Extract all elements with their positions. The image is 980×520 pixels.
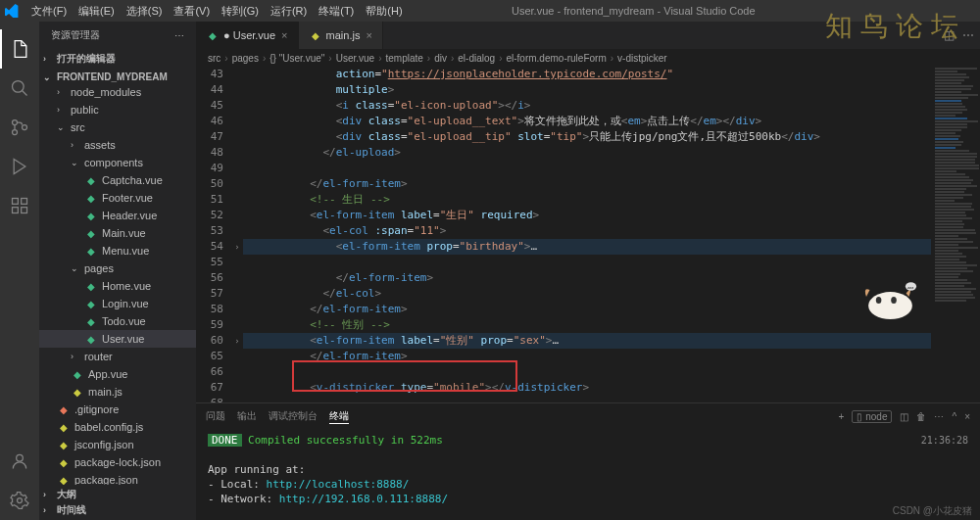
- terminal-tab[interactable]: 终端: [329, 409, 349, 424]
- svg-point-2: [13, 130, 18, 135]
- terminal-plus-icon[interactable]: +: [839, 411, 845, 422]
- line-gutter: 4344454647484950515253545556575859606566…: [196, 67, 231, 402]
- folder-item[interactable]: ›router: [39, 348, 196, 365]
- file-item[interactable]: ◆babel.config.js: [39, 418, 196, 436]
- terminal-tab[interactable]: 输出: [237, 409, 257, 424]
- svg-point-1: [13, 120, 18, 125]
- run-debug-icon[interactable]: [0, 147, 39, 186]
- extensions-icon[interactable]: [0, 186, 39, 225]
- editor: ◆● User.vue×◆main.js× ◫ ⋯ src›pages›{} "…: [196, 22, 980, 520]
- terminal-panel: 问题输出调试控制台终端 + ▯ node ◫ 🗑 ⋯ ^ × DONE Comp…: [196, 402, 980, 520]
- svg-point-3: [23, 125, 27, 130]
- file-item[interactable]: ◆Todo.vue: [39, 312, 196, 330]
- breadcrumb-item[interactable]: el-dialog: [458, 53, 495, 64]
- file-tree: ›node_modules›public⌄src›assets⌄componen…: [39, 83, 196, 485]
- split-terminal-icon[interactable]: ◫: [900, 411, 908, 422]
- file-item[interactable]: ◆Header.vue: [39, 207, 196, 224]
- close-icon[interactable]: ×: [281, 29, 287, 41]
- file-item[interactable]: ◆User.vue: [39, 330, 196, 348]
- svg-point-8: [17, 454, 24, 461]
- menu-item[interactable]: 帮助(H): [360, 5, 408, 17]
- file-item[interactable]: ◆Login.vue: [39, 295, 196, 312]
- menu-item[interactable]: 运行(R): [265, 5, 313, 17]
- folder-item[interactable]: ⌄pages: [39, 260, 196, 277]
- breadcrumb-item[interactable]: src: [208, 53, 220, 64]
- svg-point-9: [18, 498, 23, 503]
- breadcrumb-item[interactable]: el-form.demo-ruleForm: [506, 53, 606, 64]
- csdn-attribution: CSDN @小花皮猪: [893, 504, 972, 518]
- breadcrumb-item[interactable]: {} "User.vue": [270, 53, 324, 64]
- file-item[interactable]: ◆.gitignore: [39, 401, 196, 418]
- code-content[interactable]: action="https://jsonplaceholder.typicode…: [243, 67, 931, 402]
- outline-section[interactable]: ›大纲: [39, 487, 196, 502]
- sidebar-title: 资源管理器: [51, 28, 100, 42]
- trash-icon[interactable]: 🗑: [916, 411, 926, 422]
- close-panel-icon[interactable]: ×: [964, 411, 970, 422]
- file-item[interactable]: ◆Captcha.vue: [39, 171, 196, 189]
- more-icon[interactable]: ⋯: [174, 30, 184, 41]
- file-item[interactable]: ◆Footer.vue: [39, 189, 196, 207]
- menu-item[interactable]: 文件(F): [25, 5, 73, 17]
- explorer-icon[interactable]: [0, 29, 39, 69]
- split-editor-icon[interactable]: ◫: [944, 28, 955, 42]
- terminal-dropdown[interactable]: ▯ node: [852, 410, 892, 423]
- menu-item[interactable]: 选择(S): [121, 5, 169, 17]
- file-item[interactable]: ◆jsconfig.json: [39, 436, 196, 453]
- breadcrumb-item[interactable]: User.vue: [336, 53, 374, 64]
- file-item[interactable]: ◆Menu.vue: [39, 242, 196, 260]
- more-icon[interactable]: ⋯: [934, 411, 944, 422]
- menu-item[interactable]: 终端(T): [313, 5, 360, 17]
- file-item[interactable]: ◆App.vue: [39, 365, 196, 383]
- search-icon[interactable]: [0, 69, 39, 108]
- vscode-logo-icon: [4, 3, 20, 19]
- editor-tab[interactable]: ◆● User.vue×: [196, 22, 299, 49]
- settings-icon[interactable]: [0, 481, 39, 520]
- menubar: 文件(F)编辑(E)选择(S)查看(V)转到(G)运行(R)终端(T)帮助(H)…: [0, 0, 980, 22]
- minimap[interactable]: [931, 67, 980, 402]
- folder-item[interactable]: ›node_modules: [39, 83, 196, 101]
- breadcrumb-item[interactable]: template: [385, 53, 422, 64]
- terminal-tab[interactable]: 问题: [206, 409, 225, 424]
- svg-rect-6: [22, 208, 27, 213]
- file-item[interactable]: ◆Home.vue: [39, 277, 196, 295]
- sidebar: 资源管理器 ⋯ ›打开的编辑器 ⌄FRONTEND_MYDREAM ›node_…: [39, 22, 196, 520]
- editor-tab[interactable]: ◆main.js×: [299, 22, 383, 49]
- file-item[interactable]: ◆Main.vue: [39, 224, 196, 242]
- fold-column[interactable]: ››››: [231, 67, 243, 402]
- folder-item[interactable]: ›assets: [39, 136, 196, 154]
- svg-rect-7: [22, 199, 27, 205]
- code-area[interactable]: 4344454647484950515253545556575859606566…: [196, 67, 980, 402]
- editor-tabs: ◆● User.vue×◆main.js× ◫ ⋯: [196, 22, 980, 49]
- file-item[interactable]: ◆main.js: [39, 383, 196, 401]
- breadcrumb[interactable]: src›pages›{} "User.vue"›User.vue›templat…: [196, 49, 980, 67]
- menu-item[interactable]: 查看(V): [168, 5, 216, 17]
- file-item[interactable]: ◆package.json: [39, 471, 196, 485]
- window-title: User.vue - frontend_mydream - Visual Stu…: [409, 5, 858, 17]
- svg-rect-4: [13, 199, 19, 205]
- file-item[interactable]: ◆package-lock.json: [39, 453, 196, 471]
- folder-item[interactable]: ⌄components: [39, 154, 196, 171]
- chevron-up-icon[interactable]: ^: [952, 411, 956, 422]
- breadcrumb-item[interactable]: v-distpicker: [617, 53, 667, 64]
- account-icon[interactable]: [0, 442, 39, 481]
- menu-items: 文件(F)编辑(E)选择(S)查看(V)转到(G)运行(R)终端(T)帮助(H): [25, 4, 409, 19]
- open-editors-section[interactable]: ›打开的编辑器: [39, 51, 196, 67]
- project-section[interactable]: ⌄FRONTEND_MYDREAM: [39, 71, 196, 83]
- svg-rect-5: [13, 208, 19, 213]
- more-icon[interactable]: ⋯: [962, 28, 974, 42]
- menu-item[interactable]: 编辑(E): [73, 5, 121, 17]
- timeline-section[interactable]: ›时间线: [39, 502, 196, 518]
- folder-item[interactable]: ›public: [39, 101, 196, 118]
- terminal-tab[interactable]: 调试控制台: [269, 409, 318, 424]
- activity-bar: [0, 22, 39, 520]
- menu-item[interactable]: 转到(G): [216, 5, 265, 17]
- source-control-icon[interactable]: [0, 108, 39, 147]
- terminal-output[interactable]: DONE Compiled successfully in 522ms 21:3…: [196, 429, 980, 520]
- breadcrumb-item[interactable]: pages: [232, 53, 259, 64]
- folder-item[interactable]: ⌄src: [39, 118, 196, 136]
- breadcrumb-item[interactable]: div: [434, 53, 447, 64]
- close-icon[interactable]: ×: [366, 29, 371, 41]
- svg-point-0: [13, 81, 24, 93]
